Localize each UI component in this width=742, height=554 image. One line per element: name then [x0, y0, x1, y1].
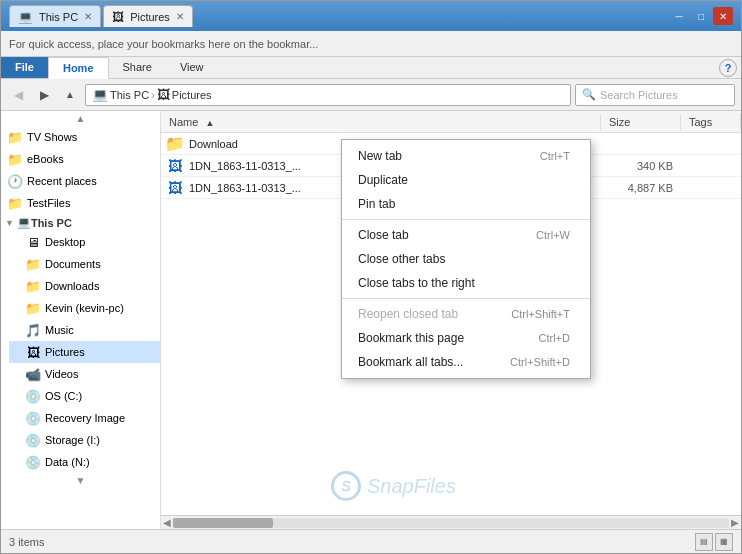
sidebar-label-kevin: Kevin (kevin-pc): [45, 302, 124, 314]
main-area: ▲ 📁 TV Shows 📁 eBooks 🕐 Recent places 📁 …: [1, 111, 741, 529]
sidebar-label-storage-i: Storage (I:): [45, 434, 100, 446]
tab-label-pictures: Pictures: [130, 11, 170, 23]
tab-icon: 💻: [18, 10, 33, 24]
sidebar-item-documents[interactable]: 📁 Documents: [9, 253, 160, 275]
music-icon: 🎵: [25, 322, 41, 338]
desktop-icon: 🖥: [25, 234, 41, 250]
sidebar-label-desktop: Desktop: [45, 236, 85, 248]
sidebar-label-recent-places: Recent places: [27, 175, 97, 187]
forward-button[interactable]: ▶: [33, 84, 55, 106]
image-icon-2: 🖼: [165, 178, 185, 198]
view-details-button[interactable]: ▤: [695, 533, 713, 551]
menu-separator-2: [342, 298, 590, 299]
breadcrumb-thispc: This PC: [110, 89, 149, 101]
help-button[interactable]: ?: [719, 59, 737, 77]
expand-icon-thispc: ▼: [5, 218, 14, 228]
ribbon: File Home Share View ?: [1, 57, 741, 79]
sidebar: ▲ 📁 TV Shows 📁 eBooks 🕐 Recent places 📁 …: [1, 111, 161, 529]
tab-label: This PC: [39, 11, 78, 23]
address-box[interactable]: 💻 This PC › 🖼 Pictures: [85, 84, 571, 106]
sidebar-item-downloads[interactable]: 📁 Downloads: [9, 275, 160, 297]
h-scroll-left[interactable]: ◀: [163, 517, 171, 528]
tab-close-pictures-btn[interactable]: ✕: [176, 11, 184, 22]
close-button[interactable]: ✕: [713, 7, 733, 25]
sidebar-section-thispc[interactable]: ▼ 💻 This PC: [1, 214, 160, 231]
sidebar-scroll-up[interactable]: ▲: [1, 111, 160, 126]
menu-item-duplicate[interactable]: Duplicate: [342, 168, 590, 192]
col-header-size[interactable]: Size: [601, 114, 681, 130]
menu-label-close-right: Close tabs to the right: [358, 276, 475, 290]
sidebar-item-storage-i[interactable]: 💿 Storage (I:): [9, 429, 160, 451]
tv-shows-icon: 📁: [7, 129, 23, 145]
tab-close-btn[interactable]: ✕: [84, 11, 92, 22]
sidebar-item-music[interactable]: 🎵 Music: [9, 319, 160, 341]
ribbon-tab-home[interactable]: Home: [48, 57, 109, 79]
menu-item-close-other[interactable]: Close other tabs: [342, 247, 590, 271]
sidebar-label-tv-shows: TV Shows: [27, 131, 77, 143]
sidebar-item-os-c[interactable]: 💿 OS (C:): [9, 385, 160, 407]
window-controls: ─ □ ✕: [669, 7, 733, 25]
col-header-tags[interactable]: Tags: [681, 114, 741, 130]
sidebar-label-os-c: OS (C:): [45, 390, 82, 402]
h-scroll-thumb[interactable]: [173, 518, 273, 528]
sidebar-item-tv-shows[interactable]: 📁 TV Shows: [1, 126, 160, 148]
sidebar-item-recovery[interactable]: 💿 Recovery Image: [9, 407, 160, 429]
view-large-button[interactable]: ▦: [715, 533, 733, 551]
main-window: 💻 This PC ✕ 🖼 Pictures ✕ ─ □ ✕ For quick…: [0, 0, 742, 554]
horizontal-scrollbar[interactable]: ◀ ▶: [161, 515, 741, 529]
col-tags-label: Tags: [689, 116, 712, 128]
menu-item-reopen[interactable]: Reopen closed tab Ctrl+Shift+T: [342, 302, 590, 326]
back-button[interactable]: ◀: [7, 84, 29, 106]
sidebar-label-thispc: This PC: [31, 217, 72, 229]
menu-item-close-tab[interactable]: Close tab Ctrl+W: [342, 223, 590, 247]
menu-item-pin-tab[interactable]: Pin tab: [342, 192, 590, 216]
sidebar-item-pictures[interactable]: 🖼 Pictures: [9, 341, 160, 363]
menu-shortcut-new-tab: Ctrl+T: [540, 150, 570, 162]
up-button[interactable]: ▲: [59, 84, 81, 106]
context-menu: New tab Ctrl+T Duplicate Pin tab Close t…: [341, 139, 591, 379]
sidebar-item-testfiles[interactable]: 📁 TestFiles: [1, 192, 160, 214]
sidebar-label-data-n: Data (N:): [45, 456, 90, 468]
sidebar-item-data-n[interactable]: 💿 Data (N:): [9, 451, 160, 473]
sidebar-item-videos[interactable]: 📹 Videos: [9, 363, 160, 385]
title-bar: 💻 This PC ✕ 🖼 Pictures ✕ ─ □ ✕: [1, 1, 741, 31]
recent-places-icon: 🕐: [7, 173, 23, 189]
menu-item-bookmark-page[interactable]: Bookmark this page Ctrl+D: [342, 326, 590, 350]
kevin-icon: 📁: [25, 300, 41, 316]
search-box[interactable]: 🔍 Search Pictures: [575, 84, 735, 106]
sidebar-item-desktop[interactable]: 🖥 Desktop: [9, 231, 160, 253]
sidebar-label-videos: Videos: [45, 368, 78, 380]
address-path-thispc: 💻 This PC › 🖼 Pictures: [92, 87, 212, 102]
documents-icon: 📁: [25, 256, 41, 272]
ribbon-tabs: File Home Share View ?: [1, 57, 741, 78]
ribbon-tab-view[interactable]: View: [166, 57, 218, 78]
os-c-icon: 💿: [25, 388, 41, 404]
sidebar-item-recent-places[interactable]: 🕐 Recent places: [1, 170, 160, 192]
folder-icon: 📁: [165, 134, 185, 154]
search-placeholder: Search Pictures: [600, 89, 678, 101]
sidebar-label-recovery: Recovery Image: [45, 412, 125, 424]
tab-pictures[interactable]: 🖼 Pictures ✕: [103, 5, 193, 27]
menu-item-new-tab[interactable]: New tab Ctrl+T: [342, 144, 590, 168]
sidebar-item-kevin[interactable]: 📁 Kevin (kevin-pc): [9, 297, 160, 319]
sidebar-scroll-down[interactable]: ▼: [1, 473, 160, 488]
menu-item-close-right[interactable]: Close tabs to the right: [342, 271, 590, 295]
minimize-button[interactable]: ─: [669, 7, 689, 25]
col-header-name[interactable]: Name ▲: [161, 114, 601, 130]
sort-icon-name: ▲: [205, 118, 214, 128]
tab-this-pc[interactable]: 💻 This PC ✕: [9, 5, 101, 27]
pictures-icon: 🖼: [25, 344, 41, 360]
videos-icon: 📹: [25, 366, 41, 382]
sidebar-items: 📁 TV Shows 📁 eBooks 🕐 Recent places 📁 Te…: [1, 126, 160, 473]
menu-label-close-other: Close other tabs: [358, 252, 445, 266]
sidebar-label-pictures: Pictures: [45, 346, 85, 358]
h-scroll-right[interactable]: ▶: [731, 517, 739, 528]
sidebar-item-ebooks[interactable]: 📁 eBooks: [1, 148, 160, 170]
ribbon-tab-file[interactable]: File: [1, 57, 48, 78]
menu-item-bookmark-all[interactable]: Bookmark all tabs... Ctrl+Shift+D: [342, 350, 590, 374]
maximize-button[interactable]: □: [691, 7, 711, 25]
col-size-label: Size: [609, 116, 630, 128]
ribbon-tab-share[interactable]: Share: [109, 57, 166, 78]
search-icon: 🔍: [582, 88, 596, 101]
h-scroll-track[interactable]: [173, 518, 729, 528]
